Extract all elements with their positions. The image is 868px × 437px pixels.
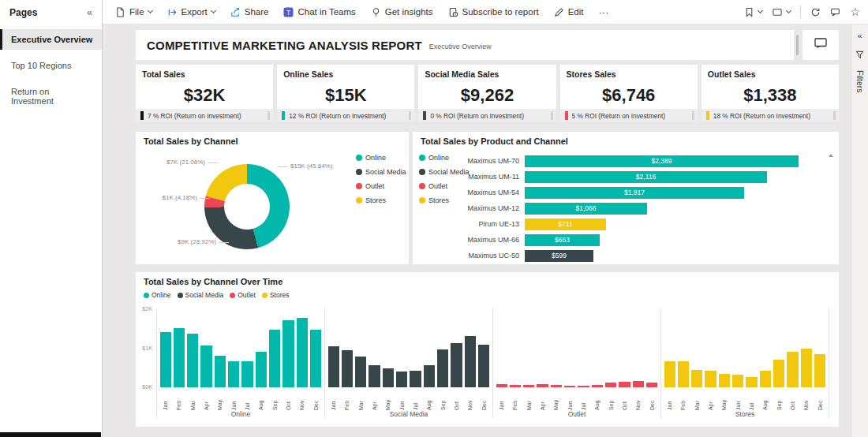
kpi-card-outlet-sales[interactable]: Outlet Sales $1,338 18 % ROI (Return on … [702, 65, 839, 122]
bookmarks-button[interactable] [744, 7, 762, 17]
bar-social-media-sep[interactable] [437, 349, 448, 387]
filters-pane[interactable]: « Filters [851, 24, 868, 437]
legend-label: Social Media [365, 168, 406, 176]
kpi-card-total-sales[interactable]: Total Sales $32K 7 % ROI (Return on Inve… [136, 65, 273, 122]
bar-social-media-feb[interactable] [342, 350, 353, 387]
scroll-up-icon[interactable] [829, 154, 833, 157]
bar-stores-jul[interactable] [746, 377, 757, 387]
legend-item-outlet[interactable]: Outlet [230, 289, 256, 301]
bar-online-nov[interactable] [297, 318, 308, 387]
bar-maximus-um-66[interactable]: $653 [525, 234, 600, 246]
bar-stores-feb[interactable] [678, 361, 689, 387]
bar-stores-oct[interactable] [787, 352, 798, 387]
bar-social-media-may[interactable] [383, 368, 394, 387]
bar-stores-apr[interactable] [705, 371, 716, 387]
bar-online-feb[interactable] [174, 328, 185, 387]
legend-item-social-media[interactable]: Social Media [356, 165, 406, 179]
get-insights-button[interactable]: Get insights [371, 7, 433, 17]
bar-online-aug[interactable] [256, 352, 267, 387]
bar-outlet-jun[interactable] [564, 386, 575, 387]
comment-visual-button[interactable] [803, 30, 839, 60]
bar-maximus-um-54[interactable]: $1,917 [525, 187, 744, 199]
bar-outlet-dec[interactable] [646, 383, 657, 387]
bar-online-jan[interactable] [160, 332, 171, 387]
export-menu-button[interactable]: Export [167, 7, 215, 17]
view-mode-button[interactable] [772, 7, 791, 17]
bar-social-media-dec[interactable] [478, 345, 489, 387]
share-button[interactable]: Share [230, 7, 269, 17]
sidebar-item-executive-overview[interactable]: Executive Overview [0, 29, 102, 50]
bar-maximus-uc-50[interactable]: $599 [525, 250, 593, 262]
bar-online-may[interactable] [215, 356, 226, 387]
bar-online-sep[interactable] [269, 330, 280, 387]
kpi-card-stores-sales[interactable]: Stores Sales $6,746 5 % ROI (Return on I… [560, 65, 698, 122]
legend-item-stores[interactable]: Stores [262, 289, 290, 301]
edit-button[interactable]: Edit [554, 7, 584, 17]
bar-outlet-nov[interactable] [633, 381, 644, 387]
month-label: Jan [327, 389, 340, 410]
bar-outlet-jan[interactable] [496, 384, 507, 387]
bar-stores-may[interactable] [719, 374, 730, 387]
bar-outlet-may[interactable] [551, 385, 562, 387]
more-options-button[interactable]: ··· [599, 7, 609, 17]
legend-item-online[interactable]: Online [356, 151, 406, 165]
kpi-card-online-sales[interactable]: Online Sales $15K 12 % ROI (Return on In… [277, 65, 414, 122]
bar-online-oct[interactable] [282, 320, 294, 387]
bar-stores-sep[interactable] [773, 360, 784, 387]
comments-button[interactable] [830, 7, 840, 17]
legend-label: Outlet [365, 182, 384, 190]
channel-group-stores: JanFebMarAprMayJunJulAugSepOctNovDecStor… [660, 308, 829, 418]
scrollbar-thumb[interactable] [796, 35, 799, 55]
bar-pirum-ue-13[interactable]: $711 [525, 218, 606, 230]
chat-in-teams-button[interactable]: T Chat in Teams [283, 7, 355, 17]
legend-item-stores[interactable]: Stores [356, 193, 406, 207]
bar-stores-aug[interactable] [760, 371, 771, 387]
bar-outlet-sep[interactable] [605, 383, 616, 387]
bar-online-apr[interactable] [200, 345, 211, 387]
kpi-card-social-media-sales[interactable]: Social Media Sales $9,262 0 % ROI (Retur… [418, 65, 556, 122]
bar-social-media-apr[interactable] [369, 365, 380, 387]
refresh-button[interactable] [810, 7, 821, 17]
legend-item-social-media[interactable]: Social Media [178, 289, 224, 301]
bar-maximus-um-70[interactable]: $2,389 [525, 155, 799, 167]
bar-stores-nov[interactable] [801, 349, 812, 387]
bar-outlet-mar[interactable] [523, 385, 534, 387]
legend-item-online[interactable]: Online [144, 289, 171, 301]
collapse-pages-icon[interactable]: « [87, 8, 92, 17]
file-menu-button[interactable]: File [115, 7, 152, 17]
bar-stores-mar[interactable] [691, 370, 702, 387]
bar-social-media-jul[interactable] [410, 371, 421, 387]
expand-filters-icon[interactable]: « [857, 31, 862, 40]
subscribe-button[interactable]: Subscribe to report [448, 7, 539, 17]
bar-social-media-jan[interactable] [328, 346, 339, 387]
bar-outlet-oct[interactable] [619, 382, 630, 387]
bar-stores-jan[interactable] [664, 361, 675, 387]
sidebar-item-top-10-regions[interactable]: Top 10 Regions [0, 55, 102, 76]
month-label: Apr [200, 389, 213, 410]
bar-online-jul[interactable] [241, 361, 253, 387]
bar-outlet-apr[interactable] [537, 384, 548, 387]
bar-social-media-oct[interactable] [451, 343, 462, 387]
bar-social-media-nov[interactable] [465, 336, 476, 387]
bar-social-media-aug[interactable] [424, 365, 435, 387]
bar-outlet-aug[interactable] [592, 385, 603, 387]
bar-maximus-um-11[interactable]: $2,116 [525, 171, 767, 183]
lightbulb-icon [371, 7, 381, 17]
bar-online-mar[interactable] [187, 334, 198, 387]
legend-item-outlet[interactable]: Outlet [356, 179, 406, 193]
bar-online-dec[interactable] [310, 330, 321, 387]
month-label: Mar [354, 389, 368, 410]
sidebar-item-return-on-investment[interactable]: Return on Investment [0, 81, 102, 111]
bar-stores-jun[interactable] [732, 375, 743, 387]
bar-online-jun[interactable] [228, 361, 239, 387]
bar-social-media-mar[interactable] [355, 357, 366, 387]
month-label: Aug [254, 389, 268, 410]
bar-stores-dec[interactable] [814, 354, 825, 387]
legend-dot [356, 197, 362, 204]
favorite-button[interactable]: ☆ [850, 6, 860, 17]
bar-outlet-jul[interactable] [578, 386, 589, 387]
bar-social-media-jun[interactable] [396, 372, 407, 387]
donut-ring[interactable] [204, 164, 290, 249]
bar-outlet-feb[interactable] [510, 385, 521, 387]
bar-maximus-um-12[interactable]: $1,066 [525, 203, 647, 215]
